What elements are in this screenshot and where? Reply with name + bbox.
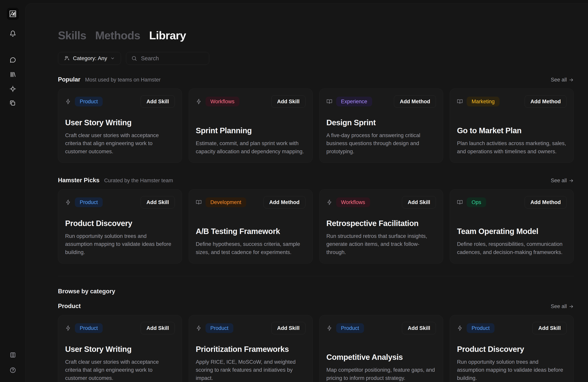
app-logo[interactable] (7, 8, 19, 20)
card-grid: Product Add Skill Product Discovery Run … (58, 189, 574, 264)
add-button[interactable]: Add Skill (532, 322, 567, 334)
card-title: A/B Testing Framework (196, 227, 305, 236)
card-description: Run structured retros that surface insig… (326, 232, 436, 256)
library-icon[interactable] (10, 71, 16, 78)
library-card[interactable]: Workflows Add Skill Retrospective Facili… (319, 189, 443, 264)
library-section: Hamster Picks Curated by the Hamster tea… (58, 177, 574, 264)
arrow-right-icon (569, 77, 574, 83)
library-card[interactable]: Development Add Method A/B Testing Frame… (189, 189, 313, 264)
library-card[interactable]: Ops Add Method Team Operating Model Defi… (450, 189, 574, 264)
library-card[interactable]: Product Add Skill User Story Writing Cra… (58, 88, 182, 163)
zap-icon (326, 325, 332, 331)
help-icon[interactable] (10, 367, 16, 373)
zap-icon (326, 199, 332, 205)
category-badge: Ops (467, 197, 486, 207)
notifications-bell-icon[interactable] (10, 30, 16, 37)
see-all-link[interactable]: See all (551, 178, 574, 184)
users-icon (64, 55, 70, 61)
card-title: Design Sprint (326, 118, 436, 127)
category-badge: Marketing (467, 97, 500, 106)
sections: Popular Most used by teams on Hamster Se… (58, 76, 574, 382)
add-button[interactable]: Add Method (525, 196, 567, 209)
add-button[interactable]: Add Skill (271, 322, 305, 334)
see-all-label: See all (551, 77, 567, 83)
category-badge: Product (75, 97, 103, 106)
tab-skills[interactable]: Skills (58, 30, 86, 41)
main-content: SkillsMethodsLibrary Category: Any (58, 4, 574, 382)
see-all-link[interactable]: See all (551, 303, 574, 309)
card-body: Product Discovery Run opportunity soluti… (457, 345, 567, 382)
library-card[interactable]: Product Add Skill Product Discovery Run … (58, 189, 182, 264)
card-body: User Story Writing Craft clear user stor… (65, 345, 175, 382)
add-button[interactable]: Add Skill (402, 322, 436, 334)
card-top-row: Workflows Add Skill (326, 196, 436, 209)
section-header: Product See all (58, 303, 574, 310)
card-title: Product Discovery (457, 345, 567, 354)
card-title: Go to Market Plan (457, 126, 567, 135)
section-divider (58, 276, 574, 276)
browse-by-category-heading: Browse by category (58, 288, 574, 295)
chevron-down-icon (110, 56, 115, 61)
category-badge: Workflows (206, 97, 239, 106)
library-section: Product See all Product Add Skill User S… (58, 303, 574, 382)
card-top-row: Ops Add Method (457, 196, 567, 209)
library-card[interactable]: Experience Add Method Design Sprint A fi… (319, 88, 443, 163)
book-open-icon (457, 199, 463, 205)
add-button[interactable]: Add Method (394, 95, 436, 108)
library-card[interactable]: Product Add Skill User Story Writing Cra… (58, 315, 182, 382)
card-body: Design Sprint A five-day process for ans… (326, 118, 436, 156)
zap-icon (196, 99, 202, 105)
zap-icon (196, 325, 202, 331)
library-card[interactable]: Product Add Skill Prioritization Framewo… (189, 315, 313, 382)
search-input[interactable] (141, 55, 204, 62)
card-top-row: Product Add Skill (326, 322, 436, 334)
card-body: Retrospective Facilitation Run structure… (326, 219, 436, 256)
copy-pages-icon[interactable] (10, 100, 16, 106)
columns-layout-icon[interactable] (10, 352, 16, 358)
chat-icon[interactable] (10, 57, 16, 64)
add-button[interactable]: Add Skill (141, 196, 175, 209)
category-badge: Product (75, 197, 103, 207)
card-body: Competitive Analysis Map competitor posi… (326, 353, 436, 382)
card-top-row: Product Add Skill (65, 322, 175, 334)
section-subtitle: Curated by the Hamster team (104, 178, 173, 184)
zap-icon (65, 325, 71, 331)
see-all-label: See all (551, 303, 567, 309)
library-card[interactable]: Marketing Add Method Go to Market Plan P… (450, 88, 574, 163)
library-section: Popular Most used by teams on Hamster Se… (58, 76, 574, 163)
locate-icon[interactable] (10, 85, 16, 92)
card-body: User Story Writing Craft clear user stor… (65, 118, 175, 156)
add-button[interactable]: Add Method (525, 95, 567, 108)
library-card[interactable]: Product Add Skill Product Discovery Run … (450, 315, 574, 382)
card-body: A/B Testing Framework Define hypotheses,… (196, 227, 305, 256)
card-top-row: Development Add Method (196, 196, 305, 209)
card-description: Estimate, commit, and plan sprint work w… (196, 139, 305, 156)
section-header: Hamster Picks Curated by the Hamster tea… (58, 177, 574, 184)
category-filter-button[interactable]: Category: Any (58, 52, 121, 65)
category-badge: Product (75, 323, 103, 333)
card-description: Craft clear user stories with acceptance… (65, 358, 175, 382)
card-title: Prioritization Frameworks (196, 345, 305, 354)
book-open-icon (457, 99, 463, 105)
card-top-row: Marketing Add Method (457, 95, 567, 108)
section-subtitle: Most used by teams on Hamster (85, 77, 161, 83)
tab-methods[interactable]: Methods (95, 30, 140, 41)
card-description: Define roles, responsibilities, communic… (457, 240, 567, 256)
card-title: Team Operating Model (457, 227, 567, 236)
category-badge: Product (206, 323, 233, 333)
add-button[interactable]: Add Skill (141, 322, 175, 334)
category-badge: Experience (336, 97, 372, 106)
main-panel: SkillsMethodsLibrary Category: Any (25, 3, 588, 382)
card-title: Competitive Analysis (326, 353, 436, 361)
add-button[interactable]: Add Method (263, 196, 305, 209)
see-all-link[interactable]: See all (551, 77, 574, 83)
tab-library[interactable]: Library (149, 30, 186, 41)
add-button[interactable]: Add Skill (271, 95, 305, 108)
card-title: Retrospective Facilitation (326, 219, 436, 228)
library-card[interactable]: Product Add Skill Competitive Analysis M… (319, 315, 443, 382)
add-button[interactable]: Add Skill (402, 196, 436, 209)
logo-monogram-icon (8, 9, 17, 18)
add-button[interactable]: Add Skill (141, 95, 175, 108)
category-filter-label: Category: Any (73, 55, 107, 62)
library-card[interactable]: Workflows Add Skill Sprint Planning Esti… (189, 88, 313, 163)
